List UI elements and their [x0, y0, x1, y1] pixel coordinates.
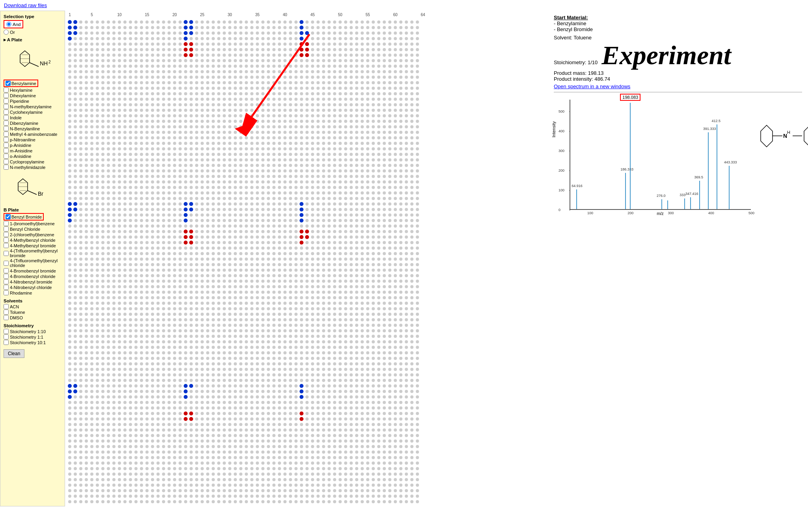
grid-dot[interactable]	[216, 334, 222, 339]
grid-dot[interactable]	[155, 190, 161, 196]
grid-dot[interactable]	[205, 372, 210, 378]
grid-dot[interactable]	[393, 499, 398, 504]
grid-dot[interactable]	[415, 471, 420, 477]
grid-dot[interactable]	[288, 124, 293, 130]
grid-dot[interactable]	[199, 378, 205, 383]
grid-dot[interactable]	[194, 168, 199, 174]
grid-dot[interactable]	[161, 30, 166, 36]
grid-dot[interactable]	[166, 190, 172, 196]
grid-dot[interactable]	[332, 350, 337, 356]
grid-dot[interactable]	[111, 74, 117, 80]
grid-dot[interactable]	[144, 63, 150, 69]
grid-dot[interactable]	[354, 41, 359, 47]
grid-dot[interactable]	[299, 196, 304, 201]
grid-dot[interactable]	[337, 240, 343, 245]
grid-dot[interactable]	[233, 19, 238, 25]
grid-dot[interactable]	[266, 444, 271, 449]
grid-dot[interactable]	[222, 185, 227, 190]
grid-dot[interactable]	[155, 163, 161, 168]
grid-dot[interactable]	[155, 433, 161, 438]
grid-dot[interactable]	[348, 350, 354, 356]
grid-dot[interactable]	[409, 405, 415, 411]
grid-dot[interactable]	[382, 80, 387, 85]
grid-dot[interactable]	[78, 422, 84, 427]
grid-dot[interactable]	[249, 201, 255, 207]
grid-dot[interactable]	[359, 328, 365, 334]
grid-dot[interactable]	[67, 96, 73, 102]
grid-dot[interactable]	[321, 152, 326, 157]
grid-dot[interactable]	[321, 185, 326, 190]
grid-dot[interactable]	[106, 345, 111, 350]
grid-dot[interactable]	[260, 493, 266, 499]
grid-dot[interactable]	[260, 394, 266, 400]
grid-dot[interactable]	[387, 273, 393, 278]
grid-dot[interactable]	[359, 47, 365, 52]
grid-dot[interactable]	[382, 19, 387, 25]
grid-dot[interactable]	[282, 19, 288, 25]
grid-dot[interactable]	[100, 345, 106, 350]
grid-dot[interactable]	[288, 317, 293, 323]
grid-dot[interactable]	[188, 389, 194, 394]
grid-dot[interactable]	[359, 433, 365, 438]
grid-dot[interactable]	[144, 422, 150, 427]
grid-dot[interactable]	[161, 130, 166, 135]
grid-dot[interactable]	[315, 482, 321, 488]
grid-dot[interactable]	[359, 477, 365, 482]
grid-dot[interactable]	[194, 273, 199, 278]
grid-dot[interactable]	[133, 328, 139, 334]
grid-dot[interactable]	[227, 102, 233, 108]
grid-dot[interactable]	[293, 108, 299, 113]
grid-dot[interactable]	[326, 119, 332, 124]
grid-dot[interactable]	[188, 113, 194, 119]
grid-dot[interactable]	[382, 400, 387, 405]
grid-dot[interactable]	[139, 135, 144, 141]
grid-dot[interactable]	[205, 295, 210, 300]
grid-dot[interactable]	[161, 229, 166, 234]
grid-dot[interactable]	[382, 449, 387, 455]
grid-dot[interactable]	[238, 367, 244, 372]
grid-dot[interactable]	[139, 449, 144, 455]
grid-dot[interactable]	[222, 19, 227, 25]
grid-dot[interactable]	[133, 383, 139, 389]
grid-dot[interactable]	[299, 256, 304, 262]
grid-dot[interactable]	[222, 339, 227, 345]
grid-dot[interactable]	[293, 130, 299, 135]
grid-dot[interactable]	[404, 174, 409, 179]
grid-dot[interactable]	[100, 471, 106, 477]
grid-dot[interactable]	[310, 323, 315, 328]
grid-dot[interactable]	[150, 267, 155, 273]
grid-dot[interactable]	[227, 30, 233, 36]
grid-dot[interactable]	[393, 356, 398, 361]
grid-dot[interactable]	[337, 323, 343, 328]
grid-dot[interactable]	[337, 311, 343, 317]
grid-dot[interactable]	[249, 229, 255, 234]
grid-dot[interactable]	[393, 163, 398, 168]
grid-dot[interactable]	[166, 108, 172, 113]
grid-dot[interactable]	[260, 455, 266, 460]
grid-dot[interactable]	[238, 488, 244, 493]
grid-dot[interactable]	[293, 141, 299, 146]
grid-dot[interactable]	[210, 323, 216, 328]
grid-dot[interactable]	[244, 130, 249, 135]
grid-dot[interactable]	[216, 449, 222, 455]
grid-dot[interactable]	[111, 438, 117, 444]
grid-dot[interactable]	[365, 25, 370, 30]
grid-dot[interactable]	[95, 323, 100, 328]
grid-dot[interactable]	[299, 157, 304, 163]
grid-dot[interactable]	[188, 245, 194, 251]
grid-dot[interactable]	[271, 455, 277, 460]
grid-dot[interactable]	[139, 460, 144, 466]
grid-dot[interactable]	[233, 345, 238, 350]
grid-dot[interactable]	[233, 323, 238, 328]
grid-dot[interactable]	[210, 223, 216, 229]
grid-dot[interactable]	[84, 372, 89, 378]
grid-dot[interactable]	[78, 63, 84, 69]
grid-dot[interactable]	[233, 130, 238, 135]
grid-dot[interactable]	[150, 400, 155, 405]
grid-dot[interactable]	[398, 240, 404, 245]
grid-dot[interactable]	[271, 190, 277, 196]
grid-dot[interactable]	[166, 334, 172, 339]
grid-dot[interactable]	[139, 267, 144, 273]
grid-dot[interactable]	[337, 58, 343, 63]
grid-dot[interactable]	[199, 356, 205, 361]
